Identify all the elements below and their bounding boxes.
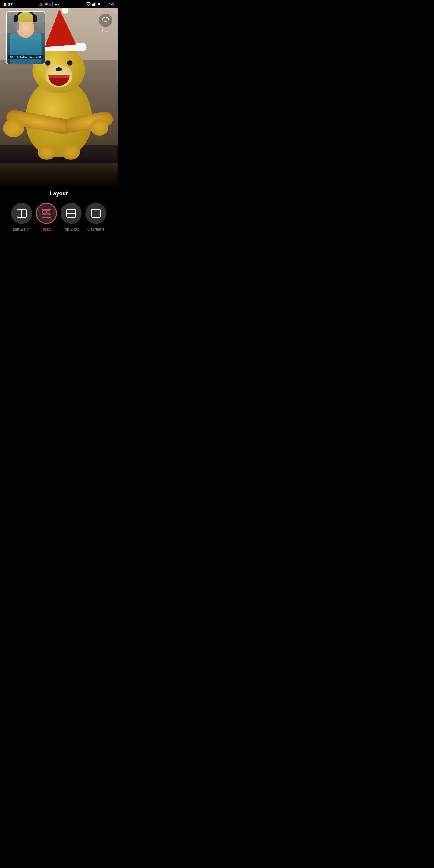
- battery-icon: [98, 3, 105, 6]
- santa-hat-body: [41, 8, 76, 47]
- teddy-muzzle: [45, 65, 72, 87]
- pip-microphone: [17, 22, 19, 30]
- svg-rect-18: [91, 210, 100, 217]
- layout-icon-top-bot: [61, 203, 82, 224]
- layout-options: Left & righ React: [0, 203, 118, 231]
- svg-rect-6: [94, 3, 95, 6]
- layout-option-3screens[interactable]: 3 screens: [85, 203, 106, 231]
- teddy-eye-left: [45, 60, 51, 66]
- svg-rect-1: [50, 4, 51, 6]
- teddy-hand-left: [3, 119, 24, 137]
- signal-bars-icon: [92, 2, 96, 7]
- layout-panel: Layout Left & righ Rea: [0, 185, 118, 254]
- play-icon: ▶: [55, 2, 57, 6]
- layout-icon-3screens: [85, 203, 106, 224]
- layout-title: Layout: [0, 185, 118, 203]
- svg-rect-5: [93, 3, 94, 6]
- camera-view: 🏴󠁧󠁢󠁳󠁣󠁴󠁿 scottish drivers license 🏴󠁧󠁢󠁳󠁣󠁴󠁿…: [0, 0, 118, 187]
- status-icons: 🖼 ☀️ ▶ •: [39, 2, 60, 7]
- svg-rect-14: [47, 210, 50, 213]
- layout-label-left-right: Left & righ: [13, 227, 30, 231]
- signal-icon: [50, 2, 54, 7]
- layout-option-top-bot[interactable]: Top & bot: [61, 203, 82, 231]
- layout-label-3screens: 3 screens: [87, 227, 104, 231]
- flip-label: Flip: [102, 28, 109, 33]
- brightness-icon: ☀️: [44, 2, 48, 6]
- svg-rect-2: [52, 3, 53, 6]
- pip-headphone-right: [33, 16, 37, 22]
- teddy-nose: [56, 67, 62, 71]
- svg-point-8: [99, 13, 112, 27]
- teddy-hand-right: [90, 119, 108, 135]
- teddy-eye-right: [67, 60, 73, 66]
- layout-option-left-right[interactable]: Left & righ: [11, 203, 32, 231]
- svg-rect-13: [43, 210, 46, 213]
- svg-rect-0: [50, 4, 50, 6]
- flip-icon: [99, 13, 112, 27]
- svg-rect-4: [92, 4, 93, 6]
- teddy-mouth: [48, 75, 69, 86]
- layout-icon-react: [36, 203, 57, 224]
- status-right-icons: 34%: [86, 2, 114, 7]
- layout-label-top-bot: Top & bot: [63, 227, 80, 231]
- svg-rect-3: [53, 2, 53, 6]
- flip-button[interactable]: Flip: [99, 13, 112, 33]
- gallery-icon: 🖼: [39, 2, 43, 6]
- wifi-icon: [86, 2, 91, 7]
- status-bar: 6:27 🖼 ☀️ ▶ •: [0, 0, 118, 8]
- pip-shirt: [10, 33, 41, 64]
- battery-percent: 34%: [107, 2, 114, 6]
- layout-icon-left-right: [11, 203, 32, 224]
- pip-container[interactable]: 🏴󠁧󠁢󠁳󠁣󠁴󠁿 scottish drivers license 🏴󠁧󠁢󠁳󠁣󠁴󠁿: [6, 11, 45, 64]
- dot-icon: •: [59, 2, 60, 6]
- layout-label-react: React: [41, 227, 52, 231]
- layout-option-react[interactable]: React: [36, 203, 57, 231]
- teddy-mouth-inner: [48, 75, 69, 78]
- camera-gradient: [0, 157, 118, 187]
- pip-headphone-left: [14, 16, 19, 22]
- svg-rect-7: [95, 2, 96, 6]
- status-time: 6:27: [4, 2, 13, 7]
- pip-caption: 🏴󠁧󠁢󠁳󠁣󠁴󠁿 scottish drivers license 🏴󠁧󠁢󠁳󠁣󠁴󠁿: [8, 55, 43, 59]
